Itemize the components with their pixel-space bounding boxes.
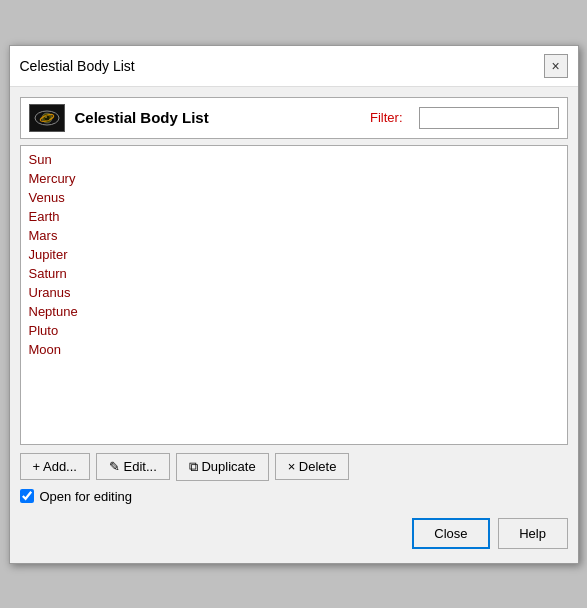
list-item[interactable]: Neptune xyxy=(21,302,567,321)
svg-point-3 xyxy=(44,115,49,120)
eye-planet-icon xyxy=(33,108,61,128)
open-for-editing-label[interactable]: Open for editing xyxy=(40,489,133,504)
celestial-icon xyxy=(29,104,65,132)
dialog-body: Celestial Body List Filter: SunMercuryVe… xyxy=(10,87,578,563)
footer-row: Close Help xyxy=(20,518,568,553)
help-button[interactable]: Help xyxy=(498,518,568,549)
header-panel: Celestial Body List Filter: xyxy=(20,97,568,139)
edit-button[interactable]: ✎ Edit... xyxy=(96,453,170,480)
action-button-row: + Add... ✎ Edit... ⧉ Duplicate × Delete xyxy=(20,453,568,481)
dialog-window: Celestial Body List × xyxy=(9,45,579,564)
list-item[interactable]: Pluto xyxy=(21,321,567,340)
list-item[interactable]: Earth xyxy=(21,207,567,226)
close-button[interactable]: Close xyxy=(412,518,489,549)
list-item[interactable]: Sun xyxy=(21,150,567,169)
delete-button[interactable]: × Delete xyxy=(275,453,350,480)
filter-input[interactable] xyxy=(419,107,559,129)
header-title: Celestial Body List xyxy=(75,109,361,126)
list-item[interactable]: Moon xyxy=(21,340,567,359)
list-item[interactable]: Mercury xyxy=(21,169,567,188)
list-item[interactable]: Mars xyxy=(21,226,567,245)
svg-point-4 xyxy=(45,116,47,118)
open-for-editing-row: Open for editing xyxy=(20,489,568,504)
dialog-title: Celestial Body List xyxy=(20,58,135,74)
duplicate-button[interactable]: ⧉ Duplicate xyxy=(176,453,269,481)
celestial-body-list[interactable]: SunMercuryVenusEarthMarsJupiterSaturnUra… xyxy=(20,145,568,445)
filter-label: Filter: xyxy=(370,110,403,125)
list-item[interactable]: Uranus xyxy=(21,283,567,302)
close-title-button[interactable]: × xyxy=(544,54,568,78)
list-item[interactable]: Jupiter xyxy=(21,245,567,264)
add-button[interactable]: + Add... xyxy=(20,453,90,480)
title-bar: Celestial Body List × xyxy=(10,46,578,87)
list-item[interactable]: Saturn xyxy=(21,264,567,283)
list-item[interactable]: Venus xyxy=(21,188,567,207)
open-for-editing-checkbox[interactable] xyxy=(20,489,34,503)
